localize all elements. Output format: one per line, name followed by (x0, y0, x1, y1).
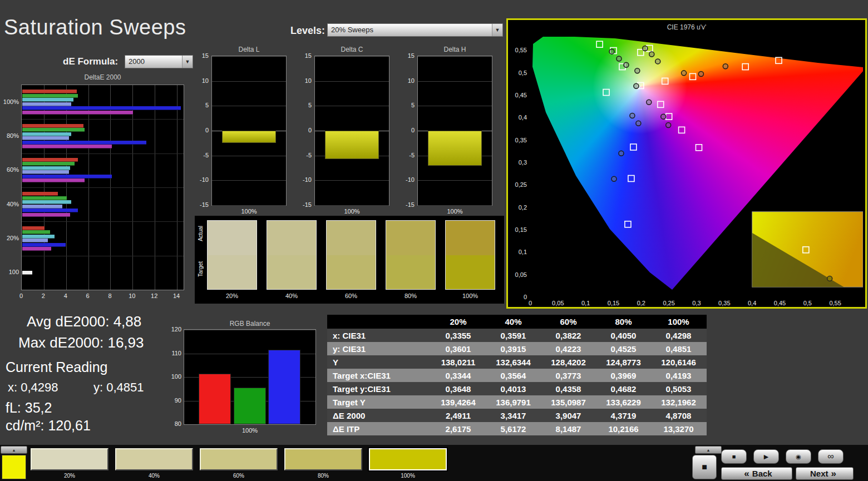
y-axis-tick-label: 0 (296, 127, 312, 133)
y-axis-tick-label: 0,2 (510, 204, 527, 211)
measurement-marker (666, 122, 671, 127)
actual-color (208, 221, 257, 255)
patch-button-40%[interactable]: 40% (115, 448, 193, 479)
delta-h-plot-area (417, 56, 492, 206)
table-cell: 0,4223 (541, 344, 596, 354)
table-cell: 132,1962 (651, 398, 706, 407)
patch-button-60%[interactable]: 60% (200, 448, 278, 479)
bar (22, 230, 50, 234)
table-cell: 120,6146 (651, 358, 706, 367)
display-mode-button[interactable]: ■ (692, 455, 717, 479)
x-axis-tick-label: 0,3 (688, 300, 705, 306)
y-axis-tick-label: 0,55 (510, 47, 527, 53)
bar (222, 131, 276, 143)
table-cell: 0,4525 (596, 344, 651, 354)
bar (22, 90, 77, 93)
patch-button-swatch (115, 448, 193, 470)
x-axis-tick-label: 6 (81, 292, 95, 299)
target-color (386, 255, 435, 290)
collapse-left-button[interactable]: ▲ (1, 446, 27, 454)
y-axis-tick-label: -5 (193, 152, 209, 158)
stop-button[interactable]: ■ (721, 449, 747, 464)
table-cell: 136,9791 (486, 398, 541, 407)
target-marker (596, 41, 603, 47)
y-axis-tick-label: -10 (193, 176, 209, 183)
gridline (315, 56, 389, 57)
loop-button[interactable]: ∞ (818, 449, 844, 464)
cdm2-value: cd/m²: 120,61 (6, 418, 91, 434)
bar (22, 247, 51, 251)
bar (22, 271, 32, 275)
y-axis-tick-label: 0,15 (510, 226, 527, 233)
gridline (315, 106, 389, 106)
gridline (212, 81, 286, 82)
current-reading-label: Current Reading (6, 359, 107, 375)
delta-h-chart: Delta H 151050-5-10-15100% (399, 46, 494, 219)
y-axis-tick-label: 5 (399, 102, 415, 108)
collapse-right-button[interactable]: ▲ (695, 446, 722, 454)
table-header-row: 20%40%60%80%100% (327, 315, 707, 329)
actual-color (327, 221, 376, 255)
table-cell: 128,4202 (541, 358, 596, 367)
levels-dropdown[interactable]: 20% Sweeps ▼ (327, 23, 503, 37)
bar (22, 158, 78, 162)
patch-button-80%[interactable]: 80% (284, 448, 362, 479)
table-cell: 0,3773 (541, 371, 596, 380)
y-axis-tick-label: 15 (399, 52, 415, 59)
table-row: Y138,0211132,6344128,4202124,8773120,614… (327, 355, 707, 369)
rgb-balance-chart: RGB Balance 1201101009080100% (165, 320, 327, 439)
y-axis-group-label: 20% (1, 235, 19, 241)
y-axis-group-label: 80% (1, 132, 19, 139)
de-formula-dropdown[interactable]: 2000 ▼ (125, 55, 193, 68)
table-cell: 0,4298 (651, 331, 706, 340)
table-cell: 138,0211 (431, 358, 486, 367)
bottom-toolbar: ▲ 20%40%60%80%100% ▲ ■ ■▶◉∞ « Back Next … (0, 445, 868, 481)
y-axis-group-label: 40% (1, 201, 19, 207)
avg-de2000-stat: Avg dE2000: 4,88 (27, 313, 141, 330)
y-axis-tick-label: -5 (296, 152, 312, 158)
patch-button-label: 20% (31, 473, 108, 479)
x-axis-tick-label: 2 (37, 292, 50, 299)
current-y-value: y: 0,4851 (93, 380, 144, 395)
table-cell: 0,4013 (486, 384, 541, 394)
record-button[interactable]: ◉ (786, 449, 811, 464)
back-button[interactable]: « Back (721, 467, 792, 480)
y-axis-tick-label: -15 (296, 201, 312, 208)
table-row: y: CIE310,36010,39150,42230,45250,4851 (327, 342, 707, 355)
bar (22, 141, 146, 145)
table-cell: 10,2166 (596, 424, 651, 434)
bar (22, 235, 55, 239)
patch-button-swatch (200, 448, 278, 470)
play-button[interactable]: ▶ (753, 449, 779, 464)
y-axis-tick-label: 15 (296, 52, 312, 59)
patch-button-100%[interactable]: 100% (369, 448, 447, 479)
deltae2000-chart-title: DeltaE 2000 (21, 73, 184, 81)
group-separator (22, 221, 184, 222)
measurement-marker (609, 49, 614, 54)
bar (22, 209, 78, 212)
y-axis-tick-label: 0,4 (510, 114, 527, 121)
page-title: Saturation Sweeps (4, 16, 186, 39)
levels-label: Levels: (290, 25, 325, 37)
gridline (212, 106, 286, 106)
fl-value: fL: 35,2 (6, 400, 52, 416)
y-axis-tick-label: 10 (193, 77, 209, 84)
target-marker (628, 175, 634, 181)
y-axis-tick-label: 0,05 (510, 271, 527, 278)
table-cell: 0,3969 (596, 371, 651, 380)
table-cell: 0,3601 (431, 344, 486, 354)
actual-row-label: Actual (198, 226, 204, 241)
measurement-marker (723, 64, 728, 69)
bar (22, 102, 71, 106)
target-row-label: Target (198, 261, 204, 277)
bar (22, 243, 66, 247)
next-button[interactable]: Next » (796, 467, 854, 480)
patch-button-label: 80% (284, 473, 362, 479)
y-axis-tick-label: 5 (296, 102, 312, 108)
column-header: 40% (486, 317, 541, 326)
x-axis-tick-label: 0,25 (660, 300, 677, 306)
patch-button-20%[interactable]: 20% (31, 448, 108, 479)
measurement-marker (611, 176, 617, 181)
bar (22, 132, 71, 136)
y-axis-tick-label: 80 (166, 420, 181, 427)
